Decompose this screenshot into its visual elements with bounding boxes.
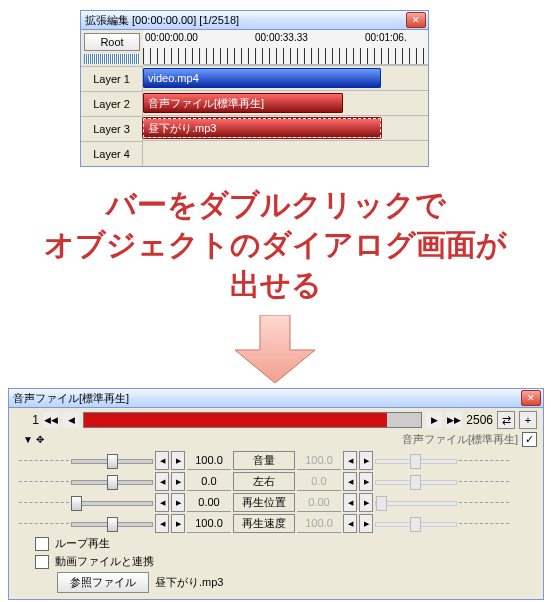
loop-checkbox[interactable] <box>35 537 49 551</box>
param-name[interactable]: 再生速度 <box>233 514 295 533</box>
frame-stripe <box>84 54 140 64</box>
param-row: ◀ ▶ 0.00 再生位置 0.00 ◀ ▶ <box>19 493 537 512</box>
reference-file-button[interactable]: 参照ファイル <box>57 572 149 593</box>
next-icon[interactable]: ▶ <box>426 412 442 428</box>
param-value-left[interactable]: 100.0 <box>187 515 231 533</box>
param-name[interactable]: 左右 <box>233 472 295 491</box>
track-row[interactable]: 昼下がり.mp3 <box>143 115 428 140</box>
triangle-down-icon[interactable]: ▼ ✥ <box>23 434 44 445</box>
timeline-ruler[interactable]: 00:00:00.00 00:00:33.33 00:01:06. <box>143 30 428 65</box>
layer-label[interactable]: Layer 3 <box>81 116 143 141</box>
step-left-icon[interactable]: ◀ <box>343 451 357 470</box>
param-slider-right[interactable] <box>375 494 457 511</box>
enable-checkbox[interactable] <box>522 432 537 447</box>
link-label: 動画ファイルと連携 <box>55 554 154 569</box>
layer-label[interactable]: Layer 2 <box>81 91 143 116</box>
param-grid: ◀ ▶ 100.0 音量 100.0 ◀ ▶ ◀ ▶ 0.0 左右 0.0 ◀ <box>19 451 537 533</box>
timeline-window: 拡張編集 [00:00:00.00] [1/2518] ✕ Root Layer… <box>80 10 429 167</box>
param-value-right[interactable]: 100.0 <box>297 515 341 533</box>
param-slider-right[interactable] <box>375 473 457 490</box>
step-left-icon[interactable]: ◀ <box>155 493 169 512</box>
dashline <box>19 460 69 461</box>
step-right-icon[interactable]: ▶ <box>171 493 185 512</box>
timeline-titlebar[interactable]: 拡張編集 [00:00:00.00] [1/2518] ✕ <box>81 11 428 30</box>
object-title: 音声ファイル[標準再生] <box>11 391 521 406</box>
audio-clip-selected[interactable]: 昼下がり.mp3 <box>143 118 381 138</box>
frame-start: 1 <box>15 413 39 427</box>
param-value-right[interactable]: 100.0 <box>297 452 341 470</box>
param-slider-left[interactable] <box>71 473 153 490</box>
add-button[interactable]: + <box>519 411 537 429</box>
step-right-icon[interactable]: ▶ <box>171 514 185 533</box>
link-checkbox[interactable] <box>35 555 49 569</box>
frame-end: 2506 <box>466 413 493 427</box>
param-value-left[interactable]: 0.00 <box>187 494 231 512</box>
param-name[interactable]: 音量 <box>233 451 295 470</box>
step-left-icon[interactable]: ◀ <box>155 472 169 491</box>
step-left-icon[interactable]: ◀ <box>343 472 357 491</box>
param-slider-right[interactable] <box>375 515 457 532</box>
param-slider-right[interactable] <box>375 452 457 469</box>
loop-label: ループ再生 <box>55 536 110 551</box>
track-row[interactable] <box>143 140 428 165</box>
timeline-title: 拡張編集 [00:00:00.00] [1/2518] <box>83 13 406 28</box>
direction-toggle-icon[interactable]: ⇄ <box>497 411 515 429</box>
video-clip[interactable]: video.mp4 <box>143 68 381 88</box>
param-slider-left[interactable] <box>71 494 153 511</box>
header-label: 音声ファイル[標準再生] <box>402 432 518 447</box>
root-button[interactable]: Root <box>84 33 140 51</box>
ruler-tick: 00:00:00.00 <box>145 32 198 43</box>
step-left-icon[interactable]: ◀ <box>343 514 357 533</box>
track-row[interactable]: video.mp4 <box>143 65 428 90</box>
param-value-right[interactable]: 0.0 <box>297 473 341 491</box>
rewind-icon[interactable]: ◀◀ <box>43 412 59 428</box>
step-right-icon[interactable]: ▶ <box>359 493 373 512</box>
step-left-icon[interactable]: ◀ <box>343 493 357 512</box>
param-value-right[interactable]: 0.00 <box>297 494 341 512</box>
param-row: ◀ ▶ 100.0 音量 100.0 ◀ ▶ <box>19 451 537 470</box>
ruler-tick: 00:00:33.33 <box>255 32 308 43</box>
arrow-down-icon <box>225 315 325 385</box>
audio-clip[interactable]: 音声ファイル[標準再生] <box>143 93 343 113</box>
ruler-tick: 00:01:06. <box>365 32 407 43</box>
param-row: ◀ ▶ 0.0 左右 0.0 ◀ ▶ <box>19 472 537 491</box>
param-row: ◀ ▶ 100.0 再生速度 100.0 ◀ ▶ <box>19 514 537 533</box>
progress-bar[interactable] <box>83 412 422 428</box>
step-right-icon[interactable]: ▶ <box>171 472 185 491</box>
step-right-icon[interactable]: ▶ <box>359 514 373 533</box>
annotation-text: バーをダブルクリックで オブジェクトのダイアログ画面が 出せる <box>0 185 551 305</box>
step-left-icon[interactable]: ◀ <box>155 514 169 533</box>
param-value-left[interactable]: 100.0 <box>187 452 231 470</box>
step-right-icon[interactable]: ▶ <box>359 472 373 491</box>
object-dialog: 音声ファイル[標準再生] ✕ 1 ◀◀ ◀ ▶ ▶▶ 2506 ⇄ + ▼ ✥ … <box>8 388 544 600</box>
track-row[interactable]: 音声ファイル[標準再生] <box>143 90 428 115</box>
param-value-left[interactable]: 0.0 <box>187 473 231 491</box>
step-right-icon[interactable]: ▶ <box>359 451 373 470</box>
step-right-icon[interactable]: ▶ <box>171 451 185 470</box>
forward-icon[interactable]: ▶▶ <box>446 412 462 428</box>
object-titlebar[interactable]: 音声ファイル[標準再生] ✕ <box>9 389 543 408</box>
layer-label[interactable]: Layer 4 <box>81 141 143 166</box>
param-name[interactable]: 再生位置 <box>233 493 295 512</box>
step-left-icon[interactable]: ◀ <box>155 451 169 470</box>
close-icon[interactable]: ✕ <box>406 12 426 28</box>
layer-label[interactable]: Layer 1 <box>81 66 143 91</box>
dashline <box>459 460 509 461</box>
param-slider-left[interactable] <box>71 452 153 469</box>
param-slider-left[interactable] <box>71 515 153 532</box>
reference-file-name: 昼下がり.mp3 <box>155 575 223 590</box>
prev-icon[interactable]: ◀ <box>63 412 79 428</box>
close-icon[interactable]: ✕ <box>521 390 541 406</box>
